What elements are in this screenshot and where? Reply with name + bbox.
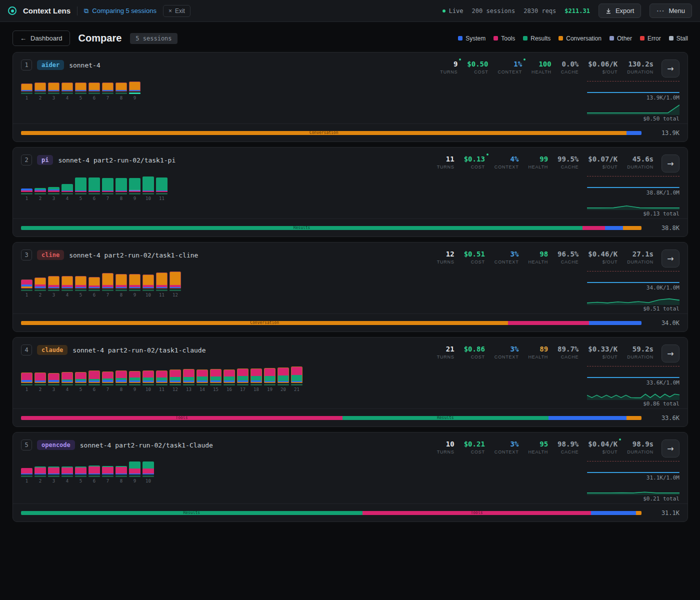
- segment-conversation: [116, 382, 126, 382]
- turn-number: 9: [129, 196, 140, 201]
- download-icon: [606, 8, 612, 14]
- segment-tools: [224, 370, 234, 376]
- open-session-button[interactable]: →: [662, 344, 680, 362]
- turn-cell: 15: [210, 369, 222, 392]
- turn-cell: 6: [88, 277, 100, 298]
- cost-total-label: $0.51 total: [587, 306, 680, 312]
- turn-underline: [142, 290, 154, 291]
- turn-bar: [156, 272, 168, 288]
- stat-label: DURATION: [627, 354, 654, 360]
- context-limit-dashed-line: [587, 461, 680, 462]
- turn-number: 2: [34, 96, 46, 100]
- turn-cell: 8: [116, 178, 127, 201]
- segment-tools: [264, 368, 275, 376]
- turn-cell: 5: [75, 372, 86, 392]
- spark-column: 33.6K/1.0M $0.86 total: [587, 364, 680, 408]
- legend-label: Results: [530, 35, 550, 42]
- turn-bar: [102, 178, 114, 192]
- segment-system: [89, 90, 100, 91]
- turn-bars-chart: 123456789101112: [21, 270, 181, 298]
- open-session-button[interactable]: →: [662, 154, 680, 172]
- segment-conversation: [170, 382, 180, 382]
- turn-underline: [129, 193, 140, 194]
- comparing-sessions-link[interactable]: ⧉ Comparing 5 sessions: [84, 7, 156, 15]
- comparing-label: Comparing 5 sessions: [92, 7, 156, 14]
- segment-conversation: [264, 382, 275, 382]
- stat-label: TURNS: [437, 164, 454, 170]
- turn-underline: [75, 193, 86, 194]
- segment-tools: [116, 371, 126, 378]
- stat-cost: $0.21COST: [464, 440, 485, 454]
- menu-button[interactable]: ··· Menu: [650, 4, 692, 18]
- tokens-label: 13.9K/1.0M: [587, 94, 680, 101]
- open-session-button[interactable]: →: [662, 250, 680, 268]
- turn-cell: 4: [62, 466, 73, 484]
- session-stats: 10TURNS$0.21COST3%CONTEXT95HEALTH98.9%CA…: [437, 440, 654, 454]
- open-session-button[interactable]: →: [662, 440, 680, 458]
- turn-bar: [88, 370, 100, 383]
- stat-cache: 96.5%CACHE: [558, 250, 578, 264]
- session-stats: 12TURNS$0.51COST3%CONTEXT98HEALTH96.5%CA…: [437, 250, 654, 264]
- session-title: sonnet-4 part2-run-02/task1-cline: [69, 252, 198, 259]
- stat-value: 12: [446, 250, 454, 258]
- open-session-button[interactable]: →: [662, 60, 680, 78]
- turn-cell: 1: [21, 372, 32, 392]
- stat-value: 10: [446, 440, 454, 448]
- stat-label: CACHE: [558, 354, 578, 360]
- stat-value: $0.51: [464, 250, 485, 258]
- composition-segment-results: Results: [21, 511, 362, 515]
- back-to-dashboard-button[interactable]: ← Dashboard: [12, 30, 70, 46]
- turn-number: 10: [142, 196, 154, 201]
- segment-conversation: [116, 274, 126, 285]
- stat-value: 100: [538, 60, 551, 68]
- legend-item-tools: Tools: [494, 35, 515, 42]
- segment-system: [89, 287, 100, 288]
- stat-label: COST: [464, 164, 485, 170]
- segment-tools: [278, 368, 288, 376]
- turn-number: 12: [170, 387, 181, 392]
- stat-value: 98.9s: [632, 440, 654, 448]
- stat-context: 3%CONTEXT: [494, 345, 519, 360]
- segment-system: [22, 90, 32, 91]
- turn-underline: [142, 193, 154, 194]
- stat-cost: $0.50COST: [467, 60, 488, 74]
- composition-bar: ToolsResults: [21, 416, 642, 420]
- turn-underline: [102, 193, 114, 194]
- session-tag-badge: cline: [37, 250, 64, 260]
- segment-tools: [75, 468, 86, 474]
- session-index-badge: 4: [21, 344, 32, 356]
- segment-conversation: [184, 382, 194, 382]
- turn-underline: [196, 384, 208, 386]
- turn-number: 3: [48, 387, 60, 392]
- turn-underline: [250, 384, 262, 386]
- session-title: sonnet-4 part2-run-02/task1-Claude: [80, 442, 213, 449]
- turn-underline: [278, 384, 289, 386]
- turn-bar: [291, 366, 302, 383]
- composition-footer: ToolsResults 33.6K: [21, 409, 680, 428]
- turn-underline: [156, 193, 168, 194]
- turn-number: 16: [224, 387, 235, 392]
- tokens-sparkline: [587, 472, 680, 473]
- composition-segment-label: Conversation: [250, 321, 279, 325]
- turn-cell: 9: [129, 371, 140, 392]
- turn-underline: [88, 476, 100, 477]
- turn-number: 8: [116, 96, 127, 100]
- stat-label: CONTEXT: [494, 260, 519, 264]
- stat-turns: 10TURNS: [437, 440, 454, 454]
- stat-value: 89.7%: [558, 345, 578, 353]
- turn-number: 5: [75, 96, 86, 100]
- segment-results: [102, 178, 114, 190]
- turn-number: 15: [210, 387, 222, 392]
- turn-number: 4: [62, 96, 73, 100]
- turn-cell: 14: [196, 370, 208, 392]
- session-card: 3 cline sonnet-4 part2-run-02/task1-clin…: [12, 242, 688, 332]
- segment-results: [62, 184, 73, 190]
- turn-bar: [21, 188, 32, 192]
- composition-segment-label: Tools: [470, 511, 482, 515]
- composition-segment-label: Results: [183, 511, 200, 515]
- legend-label: Error: [648, 35, 661, 42]
- turn-bar: [75, 466, 86, 474]
- export-button[interactable]: Export: [598, 4, 642, 18]
- exit-button[interactable]: × Exit: [163, 5, 190, 17]
- stat-value: 89: [540, 345, 548, 353]
